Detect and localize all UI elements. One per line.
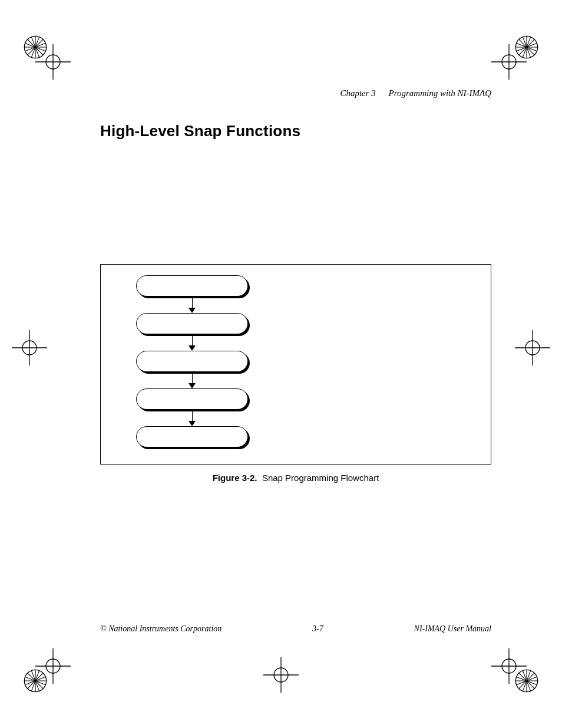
flowchart-node: [136, 275, 248, 297]
registration-mark-icon: [263, 657, 299, 693]
figure-caption: Figure 3-2. Snap Programming Flowchart: [100, 473, 491, 483]
flowchart-arrow-icon: [189, 410, 196, 426]
chapter-title: Programming with NI-IMAQ: [389, 88, 491, 98]
flowchart-node: [136, 426, 248, 447]
registration-mark-icon: [515, 330, 550, 365]
registration-mark-icon: [35, 44, 71, 80]
flowchart-node: [136, 351, 248, 372]
flowchart-column: [133, 275, 251, 447]
footer-copyright: © National Instruments Corporation: [100, 624, 222, 634]
footer-manual-name: NI-IMAQ User Manual: [414, 624, 491, 634]
flowchart-arrow-icon: [189, 372, 196, 388]
page-content: Chapter 3 Programming with NI-IMAQ High-…: [100, 88, 491, 645]
footer-page-number: 3-7: [312, 624, 323, 634]
flowchart-node: [136, 313, 248, 334]
running-head: Chapter 3 Programming with NI-IMAQ: [100, 88, 491, 98]
flowchart-node: [136, 388, 248, 410]
section-title: High-Level Snap Functions: [100, 122, 491, 140]
chapter-label: Chapter 3: [340, 88, 375, 98]
figure-number: Figure 3-2.: [213, 473, 257, 483]
page-footer: © National Instruments Corporation 3-7 N…: [100, 624, 491, 634]
flowchart-arrow-icon: [189, 334, 196, 351]
registration-mark-icon: [12, 330, 47, 365]
flowchart-figure: [100, 264, 491, 465]
registration-mark-icon: [491, 44, 527, 80]
flowchart-arrow-icon: [189, 297, 196, 313]
figure-caption-text: Snap Programming Flowchart: [262, 473, 379, 483]
registration-mark-icon: [35, 648, 71, 684]
registration-mark-icon: [491, 648, 527, 684]
